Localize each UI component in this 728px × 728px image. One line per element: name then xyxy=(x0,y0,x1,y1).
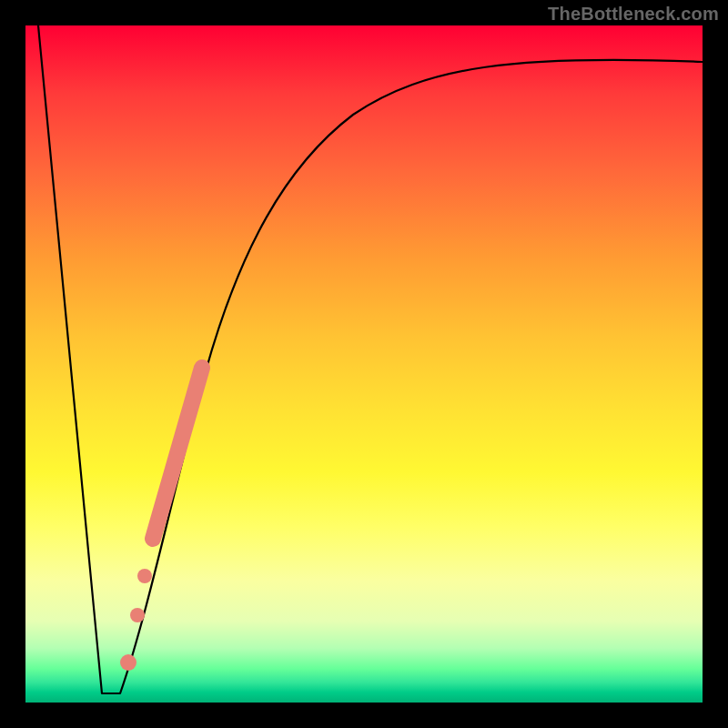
highlight-dot xyxy=(130,608,145,622)
chart-svg xyxy=(25,25,703,703)
highlight-dot xyxy=(120,654,136,671)
highlight-segment xyxy=(153,368,202,539)
watermark-text: TheBottleneck.com xyxy=(548,4,719,25)
chart-stage: TheBottleneck.com xyxy=(0,0,728,728)
highlight-dot xyxy=(137,569,152,583)
main-curve xyxy=(38,25,703,693)
